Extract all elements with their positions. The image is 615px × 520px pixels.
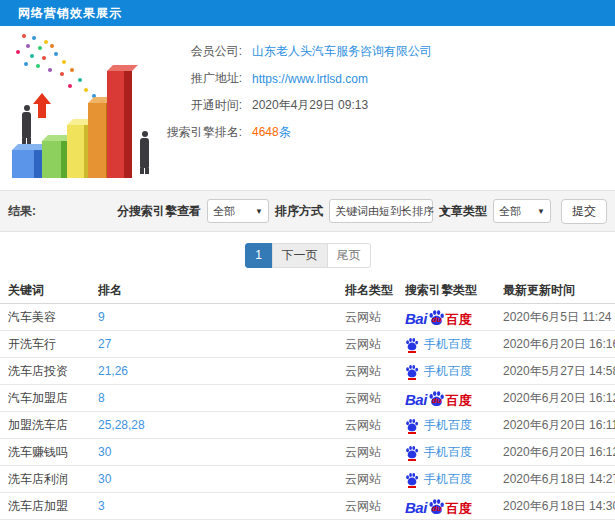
baidu-logo-icon: Bai du 百度 <box>405 498 472 515</box>
header-update-time: 最新更新时间 <box>503 282 615 299</box>
table-row: 汽车加盟店 8 云网站 Bai du 百度 2020年6月20日 16:12 <box>0 385 615 412</box>
confetti-decoration <box>22 34 26 38</box>
rank-cell: 8 <box>98 391 345 405</box>
type-filter-select[interactable]: 全部 ▼ <box>493 199 551 223</box>
baidu-logo-icon: Bai du 百度 <box>405 390 472 407</box>
chevron-down-icon: ▼ <box>537 207 545 216</box>
keyword-cell: 汽车美容 <box>8 309 98 326</box>
header-engine-type: 搜索引擎类型 <box>405 282 503 299</box>
engine-cell: 手机百度 <box>405 471 503 488</box>
table-row: 洗车店投资 21,26 云网站 手机百度 2020年5月27日 14:58 <box>0 358 615 385</box>
filter-controls: 分搜索引擎查看 全部 ▼ 排序方式 关键词由短到长排序 ▼ 文章类型 全部 ▼ … <box>117 199 607 224</box>
up-arrow-icon <box>33 93 51 104</box>
table-row: 洗车店利润 30 云网站 手机百度 2020年6月18日 14:27 <box>0 466 615 493</box>
mobile-baidu-logo-icon: 手机百度 <box>405 471 472 488</box>
result-label: 结果: <box>8 203 36 220</box>
update-time-cell: 2020年5月27日 14:58 <box>503 363 615 380</box>
open-time-label: 开通时间: <box>150 97 242 114</box>
rank-type-cell: 云网站 <box>345 498 405 515</box>
table-row: 开洗车行 27 云网站 手机百度 2020年6月20日 16:16 <box>0 331 615 358</box>
baidu-paw-icon <box>405 472 419 486</box>
info-row-open-time: 开通时间: 2020年4月29日 09:13 <box>150 92 610 119</box>
page-title: 网络营销效果展示 <box>18 5 122 22</box>
page-button-下一页[interactable]: 下一页 <box>272 243 328 268</box>
engine-cell: Bai du 百度 <box>405 498 503 515</box>
rank-cell: 21,26 <box>98 364 345 378</box>
keyword-cell: 洗车店利润 <box>8 471 98 488</box>
header-rank: 排名 <box>98 282 345 299</box>
header-keyword: 关键词 <box>8 282 98 299</box>
rank-type-cell: 云网站 <box>345 336 405 353</box>
sort-filter-select[interactable]: 关键词由短到长排序 ▼ <box>329 199 433 223</box>
submit-button[interactable]: 提交 <box>561 199 607 224</box>
engine-cell: Bai du 百度 <box>405 390 503 407</box>
page-button-1[interactable]: 1 <box>245 243 273 268</box>
rank-count-unit: 条 <box>279 125 291 139</box>
update-time-cell: 2020年6月20日 16:12 <box>503 390 615 407</box>
sort-filter-label: 排序方式 <box>275 203 323 220</box>
rank-count-number: 4648 <box>252 125 279 139</box>
chevron-down-icon: ▼ <box>255 207 263 216</box>
chart-bar-blue <box>12 150 44 178</box>
rank-cell: 25,28,28 <box>98 418 345 432</box>
rank-type-cell: 云网站 <box>345 417 405 434</box>
filter-bar: 结果: 分搜索引擎查看 全部 ▼ 排序方式 关键词由短到长排序 ▼ 文章类型 全… <box>0 190 615 232</box>
ranking-table: 关键词 排名 排名类型 搜索引擎类型 最新更新时间 汽车美容 9 云网站 Bai… <box>0 278 615 520</box>
table-body: 汽车美容 9 云网站 Bai du 百度 2020年6月5日 11:24开洗车行… <box>0 304 615 520</box>
keyword-cell: 洗车赚钱吗 <box>8 444 98 461</box>
baidu-paw-icon <box>405 445 419 459</box>
chart-bar-red <box>107 71 132 178</box>
businessman-figure-left <box>22 112 31 138</box>
page-button-尾页[interactable]: 尾页 <box>327 243 371 268</box>
keyword-cell: 加盟洗车店 <box>8 417 98 434</box>
pagination-section: 1下一页尾页 <box>0 232 615 278</box>
engine-cell: 手机百度 <box>405 336 503 353</box>
pagination: 1下一页尾页 <box>245 243 371 268</box>
info-row-company: 会员公司: 山东老人头汽车服务咨询有限公司 <box>150 38 610 65</box>
mobile-baidu-logo-icon: 手机百度 <box>405 444 472 461</box>
engine-cell: Bai du 百度 <box>405 309 503 326</box>
keyword-cell: 洗车店投资 <box>8 363 98 380</box>
mobile-baidu-logo-icon: 手机百度 <box>405 363 472 380</box>
baidu-paw-icon <box>405 418 419 432</box>
mobile-baidu-logo-icon: 手机百度 <box>405 336 472 353</box>
promo-url-link[interactable]: https://www.lrtlsd.com <box>252 72 368 86</box>
engine-cell: 手机百度 <box>405 444 503 461</box>
rank-type-cell: 云网站 <box>345 363 405 380</box>
update-time-cell: 2020年6月20日 16:12 <box>503 444 615 461</box>
table-row: 加盟洗车店 25,28,28 云网站 手机百度 2020年6月20日 16:11 <box>0 412 615 439</box>
rank-cell: 27 <box>98 337 345 351</box>
header-bar: 网络营销效果展示 <box>0 0 615 26</box>
rank-cell: 30 <box>98 445 345 459</box>
rank-cell: 3 <box>98 499 345 513</box>
update-time-cell: 2020年6月5日 11:24 <box>503 309 615 326</box>
baidu-logo-icon: Bai du 百度 <box>405 309 472 326</box>
table-row: 汽车美容 9 云网站 Bai du 百度 2020年6月5日 11:24 <box>0 304 615 331</box>
engine-rank-label: 搜索引擎排名: <box>150 124 242 141</box>
type-filter-label: 文章类型 <box>439 203 487 220</box>
bar-chart-illustration <box>0 26 170 190</box>
info-row-rank-count: 搜索引擎排名: 4648条 <box>150 119 610 146</box>
promo-url-label: 推广地址: <box>150 70 242 87</box>
rank-type-cell: 云网站 <box>345 444 405 461</box>
rank-type-cell: 云网站 <box>345 471 405 488</box>
company-name-link[interactable]: 山东老人头汽车服务咨询有限公司 <box>252 43 432 60</box>
baidu-paw-icon <box>405 337 419 351</box>
info-section: 会员公司: 山东老人头汽车服务咨询有限公司 推广地址: https://www.… <box>0 26 615 190</box>
chart-bar-green <box>42 141 69 178</box>
rank-cell: 30 <box>98 472 345 486</box>
sort-filter-value: 关键词由短到长排序 <box>335 204 434 219</box>
keyword-cell: 洗车店加盟 <box>8 498 98 515</box>
table-row: 洗车赚钱吗 30 云网站 手机百度 2020年6月20日 16:12 <box>0 439 615 466</box>
table-row: 洗车店加盟 3 云网站 Bai du 百度 2020年6月18日 14:30 <box>0 493 615 520</box>
keyword-cell: 开洗车行 <box>8 336 98 353</box>
engine-filter-select[interactable]: 全部 ▼ <box>207 199 269 223</box>
company-info-panel: 会员公司: 山东老人头汽车服务咨询有限公司 推广地址: https://www.… <box>150 38 610 146</box>
engine-cell: 手机百度 <box>405 417 503 434</box>
engine-filter-value: 全部 <box>213 204 235 219</box>
type-filter-value: 全部 <box>499 204 521 219</box>
update-time-cell: 2020年6月18日 14:27 <box>503 471 615 488</box>
table-header-row: 关键词 排名 排名类型 搜索引擎类型 最新更新时间 <box>0 278 615 304</box>
update-time-cell: 2020年6月18日 14:30 <box>503 498 615 515</box>
engine-filter-label: 分搜索引擎查看 <box>117 203 201 220</box>
